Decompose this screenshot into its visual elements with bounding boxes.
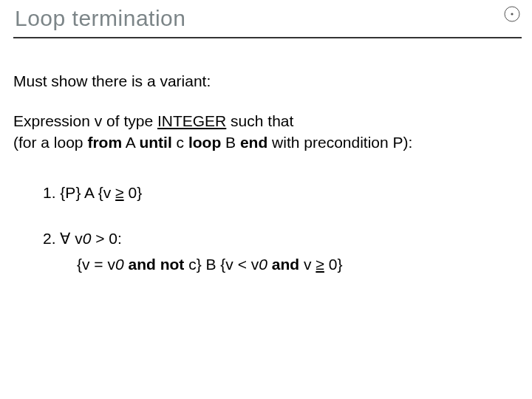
keyword-and: and (272, 256, 299, 273)
item-number: 2. (43, 230, 60, 247)
svg-point-1 (511, 13, 513, 15)
condition-2-line2: {v = v0 and not c} B {v < v0 and v ≥ 0} (77, 254, 519, 275)
condition-1: 1. {P} A {v ≥ 0} (43, 183, 519, 203)
text: v (299, 256, 316, 273)
text: (for a loop (13, 134, 87, 151)
text: {v = v (77, 256, 115, 273)
keyword-and: and (128, 256, 155, 273)
ge-symbol: ≥ (316, 256, 324, 273)
text: {P} A {v (60, 184, 115, 201)
text: c (172, 134, 188, 151)
text: A (122, 134, 139, 151)
item-number: 1. (43, 184, 60, 201)
text: > 0: (91, 230, 121, 247)
integer-word: INTEGER (157, 112, 226, 129)
expression-para: Expression v of type INTEGER such that (… (13, 111, 519, 153)
ge-symbol: ≥ (115, 184, 124, 201)
text: c} B {v < v (184, 256, 259, 273)
slide-title: Loop termination (15, 6, 185, 31)
forall-symbol: ∀ (60, 230, 70, 247)
slide-body: Must show there is a variant: Expression… (13, 71, 519, 275)
subscript-zero: 0 (259, 256, 267, 273)
condition-2-line1: 2. ∀ v0 > 0: (43, 228, 519, 249)
keyword-loop: loop (188, 134, 221, 151)
keyword-until: until (139, 134, 171, 151)
text: v (70, 230, 82, 247)
subscript-zero: 0 (83, 230, 92, 247)
text: 0} (124, 184, 143, 201)
text: such that (226, 112, 293, 129)
intro-line: Must show there is a variant: (13, 71, 519, 92)
keyword-from: from (87, 134, 122, 151)
text: Expression v of type (13, 112, 157, 129)
slide: Loop termination Must show there is a va… (0, 0, 532, 399)
text: with precondition P): (267, 134, 412, 151)
text: B (221, 134, 240, 151)
text: 0} (324, 256, 343, 273)
keyword-not: not (160, 256, 185, 273)
keyword-end: end (240, 134, 267, 151)
subscript-zero: 0 (115, 256, 124, 273)
title-underline (13, 37, 522, 38)
logo-icon (504, 6, 520, 22)
